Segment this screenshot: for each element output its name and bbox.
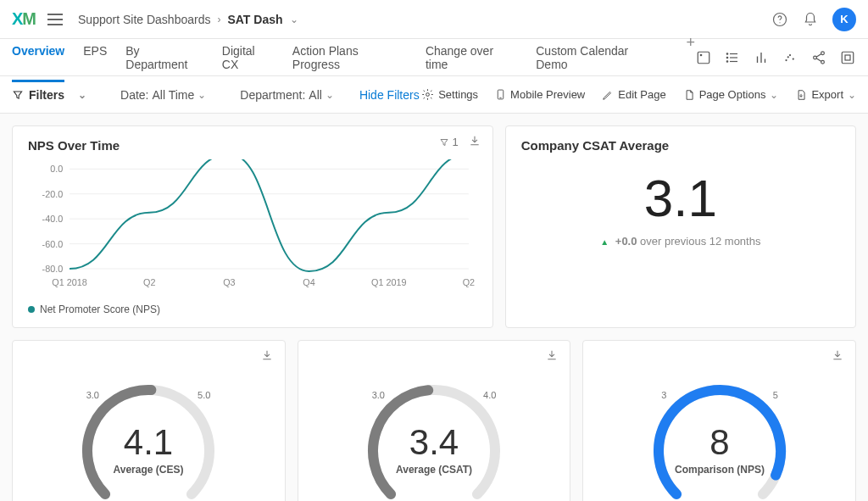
- dept-filter-value: All: [309, 88, 322, 102]
- tab-overview[interactable]: Overview: [12, 44, 64, 81]
- svg-point-7: [726, 53, 728, 54]
- nps-gauge: 13578Comparison (NPS): [626, 366, 813, 501]
- csat-gauge: 1.03.04.06.03.4Average (CSAT): [341, 366, 527, 501]
- download-icon[interactable]: [832, 349, 843, 364]
- bar-chart-icon[interactable]: [753, 49, 770, 66]
- export-label: Export: [811, 88, 843, 101]
- edit-page-button[interactable]: Edit Page: [602, 88, 665, 101]
- csat-delta-value: +0.0: [615, 235, 637, 248]
- date-filter-label: Date:: [120, 88, 148, 102]
- filters-label: Filters: [29, 88, 64, 102]
- department-filter[interactable]: Department: All ⌄: [240, 88, 334, 102]
- chevron-down-icon: ⌄: [78, 89, 86, 101]
- chevron-down-icon: ⌄: [326, 89, 334, 101]
- scatter-icon[interactable]: [782, 49, 798, 66]
- page-options-button[interactable]: Page Options ⌄: [683, 88, 779, 101]
- chevron-down-icon: ⌄: [848, 89, 856, 101]
- tab-action-plans[interactable]: Action Plans Progress: [292, 44, 407, 81]
- page-options-label: Page Options: [699, 88, 766, 101]
- filter-icon[interactable]: 1: [439, 136, 458, 148]
- gauge-card-ces: 1.03.05.07.04.1Average (CES): [12, 340, 286, 501]
- tab-by-department[interactable]: By Department: [125, 44, 203, 81]
- add-tab-icon[interactable]: +: [686, 34, 695, 81]
- filter-bar: Filters ⌄ Date: All Time ⌄ Department: A…: [0, 76, 868, 114]
- svg-rect-23: [845, 55, 850, 60]
- nps-card-title: NPS Over Time: [28, 138, 477, 153]
- svg-text:3: 3: [661, 390, 666, 400]
- edit-page-label: Edit Page: [618, 88, 665, 101]
- filter-count: 1: [452, 136, 458, 148]
- svg-point-3: [700, 54, 702, 56]
- svg-text:5: 5: [772, 390, 777, 400]
- logo-x: X: [12, 9, 22, 28]
- mobile-icon: [495, 88, 506, 101]
- svg-text:-20.0: -20.0: [42, 189, 64, 199]
- svg-point-1: [779, 22, 780, 23]
- page-icon: [683, 89, 695, 101]
- svg-rect-22: [842, 52, 854, 64]
- svg-point-14: [789, 53, 791, 55]
- nps-legend: Net Promoter Score (NPS): [28, 303, 477, 315]
- breadcrumb: Support Site Dashboards › SAT Dash ⌄: [78, 13, 298, 26]
- tab-change-over-time[interactable]: Change over time: [426, 44, 517, 81]
- pencil-icon: [602, 89, 614, 101]
- logo-m: M: [22, 9, 36, 28]
- svg-text:Average (CSAT): Average (CSAT): [396, 464, 472, 476]
- download-icon[interactable]: [261, 349, 273, 364]
- hide-filters-link[interactable]: Hide Filters: [359, 88, 420, 102]
- mobile-preview-button[interactable]: Mobile Preview: [495, 88, 585, 101]
- nps-line-chart: 0.0-20.0-40.0-60.0-80.0Q1 2018Q2Q3Q4Q1 2…: [28, 159, 477, 295]
- svg-text:Comparison (NPS): Comparison (NPS): [675, 464, 765, 476]
- breadcrumb-current[interactable]: SAT Dash: [227, 13, 282, 26]
- svg-point-16: [787, 56, 789, 58]
- filters-button[interactable]: Filters ⌄: [12, 88, 86, 102]
- tab-bar: Overview EPS By Department Digital CX Ac…: [0, 39, 868, 76]
- settings-button[interactable]: Settings: [421, 88, 478, 101]
- svg-text:Q3: Q3: [223, 277, 235, 287]
- download-icon[interactable]: [469, 135, 481, 149]
- gear-icon: [421, 88, 434, 101]
- svg-point-15: [793, 58, 794, 59]
- avatar[interactable]: K: [832, 8, 856, 31]
- svg-line-21: [816, 58, 821, 61]
- svg-text:Q4: Q4: [303, 277, 314, 287]
- tab-digital-cx[interactable]: Digital CX: [222, 44, 274, 81]
- svg-text:-80.0: -80.0: [42, 264, 64, 274]
- help-icon[interactable]: [771, 11, 788, 28]
- tab-eps[interactable]: EPS: [83, 44, 107, 81]
- download-icon[interactable]: [546, 349, 558, 364]
- svg-point-8: [726, 57, 728, 58]
- date-filter[interactable]: Date: All Time ⌄: [120, 88, 206, 102]
- tabs: Overview EPS By Department Digital CX Ac…: [12, 34, 695, 81]
- svg-text:3.0: 3.0: [372, 390, 385, 400]
- svg-text:8: 8: [709, 422, 729, 462]
- svg-text:Q2: Q2: [143, 277, 155, 287]
- svg-text:5.0: 5.0: [198, 390, 210, 400]
- csat-delta-text: over previous 12 months: [640, 235, 760, 248]
- svg-text:4.1: 4.1: [124, 422, 173, 462]
- mobile-preview-label: Mobile Preview: [510, 88, 585, 101]
- svg-text:Q1 2019: Q1 2019: [371, 277, 406, 287]
- svg-text:3.4: 3.4: [409, 422, 459, 462]
- card-view-icon[interactable]: [695, 49, 712, 66]
- chevron-down-icon: ⌄: [770, 89, 778, 101]
- svg-text:Average (CES): Average (CES): [114, 464, 184, 476]
- dashboard-content: 1 NPS Over Time 0.0-20.0-40.0-60.0-80.0Q…: [0, 114, 868, 501]
- breadcrumb-root[interactable]: Support Site Dashboards: [78, 13, 210, 26]
- svg-text:Q2: Q2: [463, 277, 475, 287]
- svg-point-13: [785, 58, 787, 60]
- settings-label: Settings: [438, 88, 478, 101]
- fullscreen-icon[interactable]: [839, 49, 856, 66]
- svg-text:4.0: 4.0: [483, 390, 496, 400]
- csat-card-title: Company CSAT Average: [521, 138, 840, 153]
- chevron-right-icon: ›: [217, 14, 220, 25]
- bell-icon[interactable]: [802, 11, 819, 28]
- tab-custom-calendar[interactable]: Custom Calendar Demo: [536, 44, 660, 81]
- export-button[interactable]: Export ⌄: [795, 88, 856, 101]
- list-view-icon[interactable]: [724, 49, 741, 66]
- share-icon[interactable]: [810, 49, 827, 66]
- svg-text:0.0: 0.0: [50, 164, 63, 174]
- nps-over-time-card: 1 NPS Over Time 0.0-20.0-40.0-60.0-80.0Q…: [12, 125, 493, 328]
- chevron-down-icon[interactable]: ⌄: [290, 14, 298, 25]
- menu-icon[interactable]: [47, 14, 63, 25]
